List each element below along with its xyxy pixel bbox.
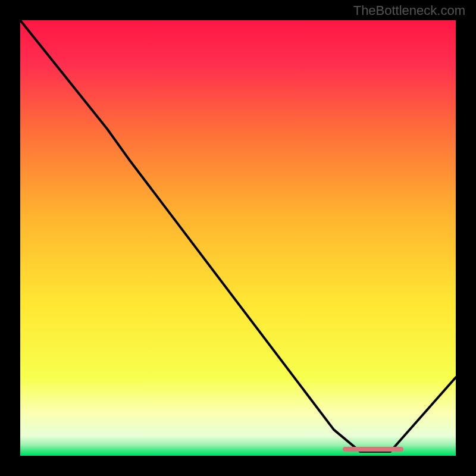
optimal-range-marker <box>343 447 403 452</box>
chart-container: TheBottleneck.com <box>0 0 476 476</box>
bottleneck-curve <box>20 20 456 456</box>
watermark-text: TheBottleneck.com <box>353 3 465 18</box>
plot-area <box>20 20 456 456</box>
